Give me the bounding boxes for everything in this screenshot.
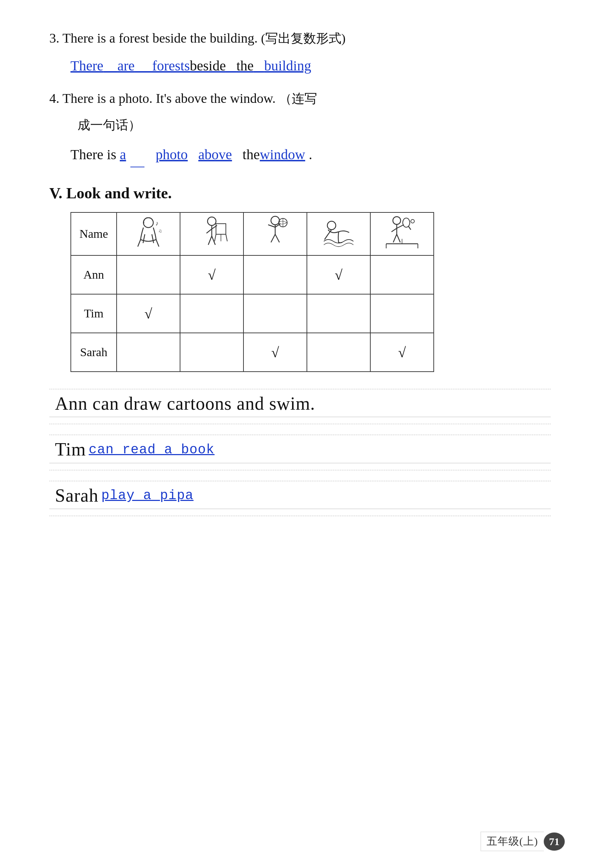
ans4-photo: photo: [156, 146, 188, 162]
tim-check-5: [370, 294, 434, 333]
ann-check-1: [117, 255, 180, 294]
exercise-3-text-en: There is a forest beside the building.: [62, 31, 257, 46]
ann-check-2: √: [180, 255, 244, 294]
exercise-4: 4. There is a photo. It's above the wind…: [49, 89, 551, 167]
svg-line-19: [268, 225, 275, 227]
writing-bottom-rule-1: [49, 417, 551, 424]
exercise-4-prompt: 4. There is a photo. It's above the wind…: [49, 89, 551, 108]
table-activity-3-icon: [244, 213, 307, 255]
table-activity-5-icon: [370, 213, 434, 255]
sarah-check-1: [117, 333, 180, 372]
pingpong-icon: [384, 215, 420, 250]
table-activity-4-icon: [307, 213, 370, 255]
writing-line-main-2: Tim can read a book: [49, 435, 551, 463]
ans3-forests: forests: [152, 58, 190, 74]
tim-name-handwritten: Tim: [55, 438, 86, 461]
section-v-title: V. Look and write.: [49, 184, 551, 202]
writing-section: Ann can draw cartoons and swim. Tim can …: [49, 389, 551, 516]
svg-text:♫: ♫: [158, 228, 162, 233]
ans3-the: the: [237, 58, 254, 74]
ans4-the: the: [243, 146, 260, 162]
table-row-tim: Tim √: [71, 294, 434, 333]
tim-check-2: [180, 294, 244, 333]
exercise-4-text-zh: （连写: [279, 92, 317, 106]
svg-text:♪: ♪: [155, 220, 158, 227]
sarah-check-4: [307, 333, 370, 372]
tim-check-1: √: [117, 294, 180, 333]
table-activity-1-icon: ♪ ♫: [117, 213, 180, 255]
svg-line-1: [138, 239, 140, 247]
grade-label: 五年级(上): [481, 832, 544, 851]
svg-line-2: [156, 239, 159, 247]
svg-point-32: [403, 218, 410, 227]
writing-line-2: Tim can read a book: [49, 435, 551, 470]
svg-line-15: [226, 234, 227, 241]
page: 3. There is a forest beside the building…: [0, 0, 593, 868]
ann-sentence-handwritten: Ann can draw cartoons and swim.: [55, 393, 315, 415]
exercise-3-answer: There are forestsbeside the building: [71, 55, 551, 77]
exercise-3-prompt: 3. There is a forest beside the building…: [49, 28, 551, 48]
svg-line-28: [397, 225, 404, 228]
swim-icon: [321, 215, 356, 250]
table-row-ann: Ann √ √: [71, 255, 434, 294]
svg-line-11: [208, 236, 212, 245]
svg-point-26: [393, 217, 401, 224]
writing-line-main-1: Ann can draw cartoons and swim.: [49, 389, 551, 417]
svg-line-29: [392, 228, 397, 232]
svg-line-21: [271, 234, 275, 242]
page-footer: 五年级(上) 71: [481, 832, 565, 851]
sarah-name: Sarah: [71, 333, 117, 372]
page-number: 71: [544, 833, 565, 851]
svg-line-22: [275, 234, 279, 242]
svg-point-17: [271, 216, 279, 225]
writing-bottom-rule-3: [49, 509, 551, 516]
exercise-3-text-zh: (写出复数形式): [261, 31, 346, 46]
svg-line-30: [393, 234, 397, 242]
sarah-name-handwritten: Sarah: [55, 485, 98, 506]
svg-point-25: [327, 221, 336, 230]
exercise-3-number: 3.: [49, 31, 59, 46]
writing-line-3: Sarah play a pipa: [49, 481, 551, 516]
tim-sentence-typed: can read a book: [89, 442, 214, 458]
svg-point-34: [411, 220, 414, 223]
writing-line-main-3: Sarah play a pipa: [49, 481, 551, 509]
table-row-sarah: Sarah √ √: [71, 333, 434, 372]
svg-line-31: [397, 234, 400, 242]
tim-check-4: [307, 294, 370, 333]
ann-check-5: [370, 255, 434, 294]
svg-point-7: [207, 217, 216, 226]
sarah-check-5: √: [370, 333, 434, 372]
exercise-3: 3. There is a forest beside the building…: [49, 28, 551, 77]
writing-bottom-rule-2: [49, 463, 551, 470]
tim-name: Tim: [71, 294, 117, 333]
ans4-above: above: [198, 146, 232, 162]
svg-rect-13: [216, 224, 226, 234]
exercise-4-text-en: There is a photo. It's above the window.: [62, 91, 275, 106]
exercise-4-number: 4.: [49, 91, 59, 106]
sarah-check-2: [180, 333, 244, 372]
svg-line-33: [408, 226, 411, 230]
tim-check-3: [244, 294, 307, 333]
svg-line-3: [143, 234, 145, 243]
svg-line-14: [214, 234, 216, 241]
skills-table: Name ♪ ♫: [71, 212, 434, 372]
table-header-row: Name ♪ ♫: [71, 213, 434, 255]
exercise-4-answer: There is a photo above thewindow .: [71, 141, 551, 167]
draw-icon: [194, 215, 229, 250]
ans4-window: window: [260, 146, 305, 162]
sarah-sentence-typed: play a pipa: [101, 487, 194, 504]
writing-line-1: Ann can draw cartoons and swim.: [49, 389, 551, 424]
ann-check-4: √: [307, 255, 370, 294]
ans4-there-is: There is: [71, 146, 120, 162]
exercise-4-prompt-2: 成一句话）: [77, 115, 551, 135]
table-activity-2-icon: [180, 213, 244, 255]
ans4-a: a: [120, 146, 126, 162]
basketball-icon: [257, 215, 293, 250]
ann-check-3: [244, 255, 307, 294]
svg-line-4: [152, 234, 154, 243]
ans4-period: .: [309, 146, 312, 162]
table-name-header: Name: [71, 213, 117, 255]
ans3-building: building: [264, 58, 311, 74]
ans3-are: are: [117, 58, 135, 74]
ann-name: Ann: [71, 255, 117, 294]
